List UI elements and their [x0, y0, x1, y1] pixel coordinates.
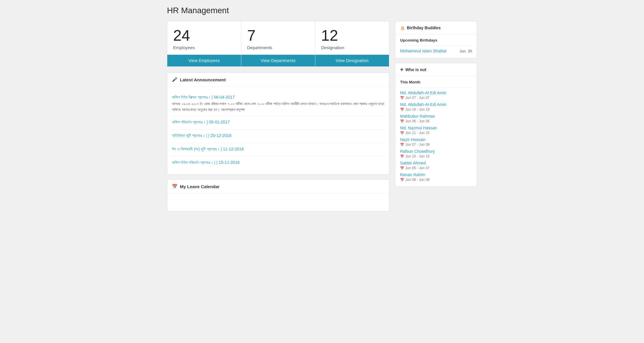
calendar-icon-small: 📅: [400, 178, 404, 182]
employees-label: Employees: [173, 45, 235, 50]
who-is-out-header: ✈ Who is out: [395, 63, 477, 76]
leave-calendar-label: My Leave Calendar: [180, 184, 220, 189]
calendar-icon-small: 📅: [400, 119, 404, 123]
leave-calendar-body: [167, 193, 389, 211]
announcement-link-2[interactable]: অফিস পরিবর্তন প্রসেঙে। | 05-01-2017: [172, 120, 384, 125]
out-person-2[interactable]: Md. Abdullah-Al-Edi Amin: [400, 102, 472, 107]
out-dates-6: 📅 Jun 15 - Jun 15: [400, 154, 472, 158]
announcement-panel-header: 🎤 Latest Announcement: [167, 73, 389, 87]
announcement-link-4[interactable]: ঈদ এ মিলাদ্দরবী (সঃ) ছুটি প্রসেঙে। | 11-…: [172, 147, 384, 152]
microphone-icon: 🎤: [172, 77, 178, 82]
out-dates-5: 📅 Jun 07 - Jun 08: [400, 143, 472, 147]
right-column: 🎂 Birthday Buddies Upcoming Birthdays Mo…: [395, 21, 477, 187]
birthday-person-name-1[interactable]: Mohaiminul islam Shaikat: [400, 49, 447, 53]
list-item: ঈদ এ মিলাদ্দরবী (সঃ) ছুটি প্রসেঙে। | 11-…: [172, 143, 384, 157]
list-item: Mahbubur Rahman 📅 Jun 06 - Jun 06: [400, 113, 472, 124]
birthday-buddies-label: Birthday Buddies: [407, 25, 441, 30]
announcement-link-3[interactable]: অতিরিক্ত ছুটি প্রসেঙে। | | 20-12-2016: [172, 133, 384, 138]
list-item: অফিস পরিবর্তন প্রসেঙে। | 05-01-2017: [172, 116, 384, 130]
out-person-5[interactable]: Nazir Hossain: [400, 137, 472, 142]
birthday-buddies-body: Upcoming Birthdays Mohaiminul islam Shai…: [395, 35, 477, 58]
out-dates-2: 📅 Jun 19 - Jun 19: [400, 107, 472, 112]
out-dates-3: 📅 Jun 06 - Jun 06: [400, 119, 472, 123]
page-title: HR Management: [167, 6, 477, 15]
leave-calendar-panel: 📅 My Leave Calendar: [167, 179, 389, 211]
list-item: অফিস টাইম পরিবর্তন প্রসেঙে। | | 15-11-20…: [172, 157, 384, 170]
stat-cards: 24 Employees View Employees 7 Department…: [167, 21, 389, 67]
airplane-icon: ✈: [400, 67, 404, 72]
latest-announcement-panel: 🎤 Latest Announcement অফিস টাইম ফিক্সড প…: [167, 73, 389, 175]
calendar-icon-small: 📅: [400, 155, 404, 158]
list-item: Nazir Hossain 📅 Jun 07 - Jun 08: [400, 136, 472, 148]
designation-number: 12: [321, 27, 383, 44]
who-is-out-body: This Month Md. Abdullah-Al-Edi Amin 📅 Ju…: [395, 76, 477, 186]
out-person-6[interactable]: Rafsun Chowdhury: [400, 149, 472, 154]
birthday-icon: 🎂: [400, 25, 405, 30]
view-departments-button[interactable]: View Departments: [241, 55, 315, 66]
who-is-out-label: Who is out: [405, 67, 426, 72]
employees-number: 24: [173, 27, 235, 44]
calendar-icon-small: 📅: [400, 143, 404, 147]
departments-label: Departments: [247, 45, 309, 50]
out-dates-4: 📅 Jun 11 - Jun 15: [400, 131, 472, 135]
list-item: Mohaiminul islam Shaikat Jun, 30: [400, 47, 472, 54]
view-employees-button[interactable]: View Employees: [167, 55, 241, 66]
out-dates-1: 📅 Jun 07 - Jun 07: [400, 96, 472, 100]
list-item: Md. Nazmul Hassan 📅 Jun 11 - Jun 15: [400, 124, 472, 136]
announcement-panel-body: অফিস টাইম ফিক্সড প্রসেঙে। | 06-04-2017 আ…: [167, 87, 389, 174]
out-person-4[interactable]: Md. Nazmul Hassan: [400, 126, 472, 130]
leave-calendar-header: 📅 My Leave Calendar: [167, 180, 389, 193]
list-item: Md. Abdullah-Al-Edi Amin 📅 Jun 19 - Jun …: [400, 101, 472, 113]
announcement-link-1[interactable]: অফিস টাইম ফিক্সড প্রসেঙে। | 06-04-2017: [172, 95, 384, 100]
out-person-8[interactable]: Ranan Rahim: [400, 172, 472, 177]
upcoming-birthdays-subtitle: Upcoming Birthdays: [400, 38, 472, 42]
calendar-icon: 📅: [172, 184, 178, 189]
out-person-1[interactable]: Md. Abdullah-Al-Edi Amin: [400, 90, 472, 95]
stat-card-employees: 24 Employees View Employees: [167, 21, 241, 67]
calendar-icon-small: 📅: [400, 166, 404, 170]
departments-number: 7: [247, 27, 309, 44]
designation-label: Designation: [321, 45, 383, 50]
stat-card-departments: 7 Departments View Departments: [241, 21, 315, 67]
out-person-3[interactable]: Mahbubur Rahman: [400, 114, 472, 119]
list-item: Sabbir Ahmed 📅 Jun 06 - Jun 07: [400, 160, 472, 171]
birthday-buddies-header: 🎂 Birthday Buddies: [395, 21, 477, 35]
left-column: 24 Employees View Employees 7 Department…: [167, 21, 389, 216]
this-month-subtitle: This Month: [400, 80, 472, 84]
view-designation-button[interactable]: View Designation: [315, 55, 389, 66]
calendar-icon-small: 📅: [400, 131, 404, 135]
birthday-buddies-panel: 🎂 Birthday Buddies Upcoming Birthdays Mo…: [395, 21, 477, 58]
list-item: Ranan Rahim 📅 Jun 08 - Jun 08: [400, 171, 472, 183]
list-item: অতিরিক্ত ছুটি প্রসেঙে। | | 20-12-2016: [172, 130, 384, 143]
announcement-detail-1: আসছে ০৯.০৪.২০১৭ ইং রোজ রবিবার সকাল ৭.০০ …: [172, 101, 384, 112]
out-person-7[interactable]: Sabbir Ahmed: [400, 161, 472, 165]
announcement-link-5[interactable]: অফিস টাইম পরিবর্তন প্রসেঙে। | | 15-11-20…: [172, 160, 384, 165]
calendar-icon-small: 📅: [400, 96, 404, 100]
who-is-out-panel: ✈ Who is out This Month Md. Abdullah-Al-…: [395, 63, 477, 187]
list-item: Md. Abdullah-Al-Edi Amin 📅 Jun 07 - Jun …: [400, 89, 472, 101]
calendar-icon-small: 📅: [400, 108, 404, 112]
stat-card-designation: 12 Designation View Designation: [315, 21, 389, 67]
out-dates-8: 📅 Jun 08 - Jun 08: [400, 178, 472, 182]
out-dates-7: 📅 Jun 06 - Jun 07: [400, 166, 472, 170]
birthday-date-1: Jun, 30: [459, 49, 472, 53]
announcement-header-label: Latest Announcement: [180, 77, 226, 82]
list-item: Rafsun Chowdhury 📅 Jun 15 - Jun 15: [400, 148, 472, 160]
list-item: অফিস টাইম ফিক্সড প্রসেঙে। | 06-04-2017 আ…: [172, 91, 384, 116]
